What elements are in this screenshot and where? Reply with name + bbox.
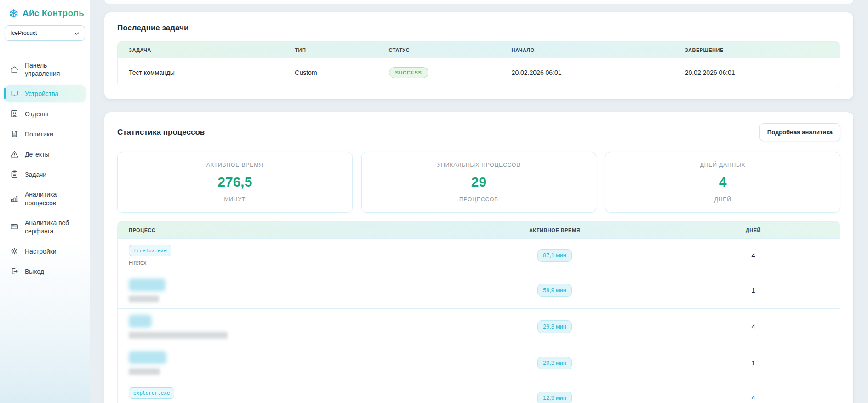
logout-icon [10,267,19,276]
sidebar-item-policies[interactable]: Политики [4,126,86,142]
document-icon [10,130,19,138]
column-header-task: ЗАДАЧА [118,42,284,58]
stat-unit: ПРОЦЕССОВ [366,196,592,203]
process-stats-title: Статистика процессов [117,128,205,137]
task-type: Custom [284,60,377,85]
sidebar-item-label: Политики [25,130,53,138]
process-row: 20,3 мин 1 [118,345,840,381]
stat-value: 29 [366,174,592,190]
table-row: Тест комманды Custom SUCCESS 20.02.2026 … [118,58,840,87]
bar-chart-icon [10,194,19,203]
recent-tasks-card: Последние задачи ЗАДАЧА ТИП СТАТУС НАЧАЛ… [104,12,854,100]
summary-cards: АКТИВНОЕ ВРЕМЯ 276,5 МИНУТ УНИКАЛЬНЫХ ПР… [117,152,840,213]
process-cell: explorer.exe Проводник [118,381,443,403]
sidebar-item-tasks[interactable]: Задачи [4,166,86,182]
previous-card-edge [104,0,854,4]
sidebar-item-departments[interactable]: Отделы [4,106,86,122]
sidebar-item-label: Детекты [25,150,50,159]
redacted-process-chip [129,351,166,364]
app-title: Айс Контроль [23,8,84,18]
detailed-analytics-button[interactable]: Подробная аналитика [760,123,840,141]
sidebar-item-logout[interactable]: Выход [4,263,86,279]
sidebar-item-web-analytics[interactable]: Аналитика веб серфинга [4,215,86,239]
active-time-pill: 58,9 мин [537,284,571,297]
stat-label: УНИКАЛЬНЫХ ПРОЦЕССОВ [366,162,592,168]
stat-card-active-time: АКТИВНОЕ ВРЕМЯ 276,5 МИНУТ [117,152,353,213]
sidebar-item-devices[interactable]: Устройства [4,85,86,102]
task-status-cell: SUCCESS [378,58,501,87]
stat-label: АКТИВНОЕ ВРЕМЯ [122,162,348,168]
stat-label: ДНЕЙ ДАННЫХ [610,162,835,168]
task-name: Тест комманды [118,60,284,85]
sidebar-item-process-analytics[interactable]: Аналитика процессов [4,187,86,210]
sidebar-item-label: Аналитика процессов [25,190,76,207]
stat-card-days-of-data: ДНЕЙ ДАННЫХ 4 ДНЕЙ [605,152,840,213]
process-row: explorer.exe Проводник 12,9 мин 4 [118,381,840,403]
process-row: 29,3 мин 4 [118,308,840,345]
column-header-status: СТАТУС [378,42,501,58]
building-icon [10,109,19,118]
home-icon [10,65,19,74]
stat-value: 276,5 [122,174,348,190]
column-header-active-time: АКТИВНОЕ ВРЕМЯ [443,222,667,238]
sidebar-item-detects[interactable]: Детекты [4,146,86,162]
product-select[interactable]: IceProduct [5,25,85,41]
active-time-cell: 29,3 мин [443,314,667,339]
snowflake-icon [9,8,19,18]
process-friendly-name: Firefox [129,260,432,266]
active-time-cell: 20,3 мин [443,351,667,375]
chevron-down-icon [74,30,79,36]
process-row: 58,9 мин 1 [118,272,840,308]
days-cell: 1 [667,281,840,300]
process-cell [118,272,443,308]
browser-icon [10,222,19,231]
task-finished: 20.02.2026 06:01 [674,60,840,85]
active-time-pill: 20,3 мин [537,357,571,369]
column-header-days: ДНЕЙ [667,222,840,238]
process-exe-chip: firefox.exe [129,245,171,256]
sidebar-item-settings[interactable]: Настройки [4,243,86,259]
sidebar-item-label: Отделы [25,110,48,118]
sidebar-item-label: Устройства [25,90,58,98]
sidebar-item-label: Настройки [25,247,57,255]
active-time-cell: 58,9 мин [443,278,667,303]
active-time-cell: 87,1 мин [443,243,667,268]
recent-tasks-title: Последние задачи [117,23,840,33]
redacted-process-chip [129,278,166,291]
stat-value: 4 [610,174,835,190]
recent-tasks-table-header: ЗАДАЧА ТИП СТАТУС НАЧАЛО ЗАВЕРШЕНИЕ [118,42,840,58]
column-header-process: ПРОЦЕСС [118,222,443,238]
active-time-cell: 12,9 мин [443,386,667,403]
sidebar-item-label: Выход [25,267,44,276]
sidebar-item-label: Панель управления [25,61,76,78]
active-time-pill: 12,9 мин [537,392,571,403]
days-cell: 1 [667,353,840,373]
column-header-started: НАЧАЛО [501,42,674,58]
main-content: Последние задачи ЗАДАЧА ТИП СТАТУС НАЧАЛ… [90,0,868,403]
column-header-finished: ЗАВЕРШЕНИЕ [674,42,840,58]
sidebar-item-label: Задачи [25,170,46,179]
active-time-pill: 29,3 мин [537,320,571,333]
days-cell: 4 [667,246,840,265]
gear-icon [10,247,19,255]
active-time-pill: 87,1 мин [537,249,571,262]
process-table: ПРОЦЕСС АКТИВНОЕ ВРЕМЯ ДНЕЙ firefox.exe … [117,221,840,403]
clipboard-icon [10,170,19,179]
process-row: firefox.exe Firefox 87,1 мин 4 [118,238,840,272]
stat-unit: ДНЕЙ [610,196,835,203]
days-cell: 4 [667,317,840,336]
redacted-process-name [129,368,160,375]
process-cell [118,345,443,381]
monitor-icon [10,89,19,98]
redacted-process-chip [129,315,152,328]
process-exe-chip: explorer.exe [129,387,174,399]
process-table-header: ПРОЦЕСС АКТИВНОЕ ВРЕМЯ ДНЕЙ [118,222,840,238]
sidebar-item-dashboard[interactable]: Панель управления [4,57,86,81]
sidebar-nav: Панель управления Устройства Отделы Поли… [4,57,86,279]
column-header-type: ТИП [284,42,377,58]
sidebar: Айс Контроль IceProduct Панель управлени… [0,0,90,403]
process-cell [118,309,443,345]
process-stats-header: Статистика процессов Подробная аналитика [117,123,840,141]
task-started: 20.02.2026 06:01 [501,60,674,85]
alert-triangle-icon [10,150,19,159]
